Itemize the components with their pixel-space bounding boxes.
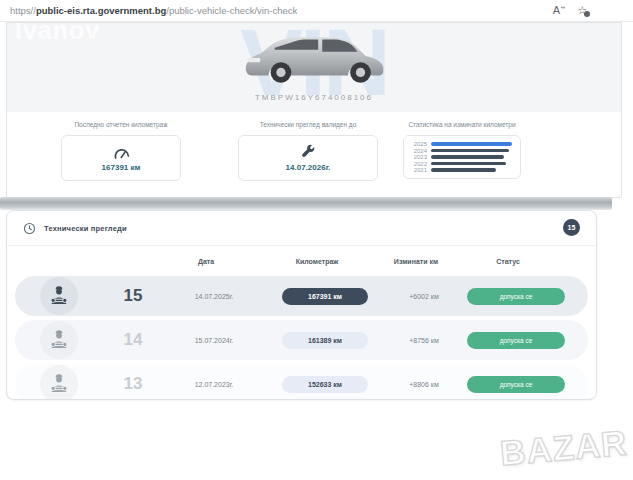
clock-icon <box>23 222 36 235</box>
inspection-date: 15.07.2024г. <box>169 337 259 344</box>
inspections-header: Технически прегледи 15 <box>7 211 596 245</box>
odometer-value: 167391 км <box>102 163 141 172</box>
chart-row: 2021 <box>412 167 512 173</box>
vehicle-hero-section: Ivanov VIN TMBPW16Y674008106 <box>7 23 621 112</box>
odometer-card: 167391 км <box>61 135 181 181</box>
avatar <box>40 365 78 400</box>
chart-row: 2024 <box>412 148 512 154</box>
section-divider-band <box>0 197 612 210</box>
status-badge: допуска се <box>467 376 565 393</box>
vin-number: TMBPW16Y674008106 <box>7 93 621 102</box>
chart-row: 2022 <box>412 161 512 167</box>
inspection-number: 14 <box>97 330 169 350</box>
stat-cards-row: Последно отчетен километраж 167391 км Те… <box>7 112 621 198</box>
chart-year-label: 2025 <box>412 141 427 147</box>
column-header-date: Дата <box>161 258 251 265</box>
stat-label: Технически преглед валиден до <box>218 121 398 128</box>
stat-km-statistics: Статистика на изминати километри 2025 20… <box>372 121 552 179</box>
inspection-valid-date: 14.07.2026г. <box>286 163 331 172</box>
column-header-distance: Изминати км <box>383 258 449 265</box>
inspection-date: 14.07.2025г. <box>169 293 259 300</box>
odometer-pill: 161389 км <box>282 332 368 349</box>
chart-year-label: 2023 <box>412 154 427 160</box>
vehicle-summary-panel: Ivanov VIN TMBPW16Y674008106 Последно от… <box>6 22 622 198</box>
distance-value: +6002 км <box>391 293 457 300</box>
inspection-date: 12.07.2023г. <box>169 381 259 388</box>
chart-bar <box>431 149 509 153</box>
status-badge: допуска се <box>467 332 565 349</box>
mechanic-icon <box>47 372 71 396</box>
chart-year-label: 2024 <box>412 148 427 154</box>
favorites-star-icon[interactable]: ☆ <box>577 4 587 17</box>
chart-row: 2025 <box>412 141 512 147</box>
chart-year-label: 2021 <box>412 167 427 173</box>
table-header-row: Дата Километраж Изминати км Статус <box>7 246 596 276</box>
mechanic-icon <box>47 328 71 352</box>
odometer-pill: 167391 км <box>282 288 368 305</box>
inspection-number: 13 <box>97 374 169 394</box>
mechanic-icon <box>47 284 71 308</box>
inspection-card: 14.07.2026г. <box>238 135 378 181</box>
speedometer-icon <box>112 145 131 160</box>
seller-watermark: Ivanov <box>15 23 100 45</box>
car-image <box>230 27 398 89</box>
stat-last-odometer: Последно отчетен километраж 167391 км <box>31 121 211 181</box>
table-row[interactable]: 14 15.07.2024г. 161389 км +8756 км допус… <box>15 320 588 360</box>
column-header-status: Статус <box>449 258 567 265</box>
chart-year-label: 2022 <box>412 161 427 167</box>
chart-row: 2023 <box>412 154 512 160</box>
chart-bar <box>431 162 506 166</box>
stat-label: Последно отчетен километраж <box>31 121 211 128</box>
chart-bar <box>431 168 496 172</box>
avatar <box>40 321 78 359</box>
inspections-panel: Технически прегледи 15 Дата Километраж И… <box>6 210 597 400</box>
section-title: Технически прегледи <box>44 224 127 233</box>
url-domain: public-eis.rta.government.bg <box>36 5 166 16</box>
stat-inspection-valid: Технически преглед валиден до 14.07.2026… <box>218 121 398 181</box>
status-badge: допуска се <box>467 288 565 305</box>
favorites-gear-badge <box>584 11 590 17</box>
inspection-count-badge: 15 <box>563 219 580 236</box>
inspection-number: 15 <box>97 286 169 306</box>
table-row[interactable]: 15 14.07.2025г. 167391 км +6002 км допус… <box>15 276 588 316</box>
distance-value: +8756 км <box>391 337 457 344</box>
read-aloud-icon[interactable]: A❜❜ <box>553 4 560 17</box>
chart-bar <box>431 155 504 159</box>
table-row[interactable]: 13 12.07.2023г. 152633 км +8806 км допус… <box>15 364 588 400</box>
wrench-icon <box>300 144 316 160</box>
chart-bar <box>431 142 512 146</box>
url-text[interactable]: https//public-eis.rta.government.bg/publ… <box>10 5 297 16</box>
bazar-watermark: BAZAR <box>498 423 628 474</box>
odometer-pill: 152633 км <box>282 376 368 393</box>
browser-address-bar[interactable]: https//public-eis.rta.government.bg/publ… <box>0 0 633 22</box>
avatar <box>40 277 78 315</box>
column-header-odometer: Километраж <box>251 258 383 265</box>
km-statistics-chart: 2025 2024 2023 2022 2021 <box>403 135 521 179</box>
stat-label: Статистика на изминати километри <box>372 121 552 128</box>
distance-value: +8806 км <box>391 381 457 388</box>
